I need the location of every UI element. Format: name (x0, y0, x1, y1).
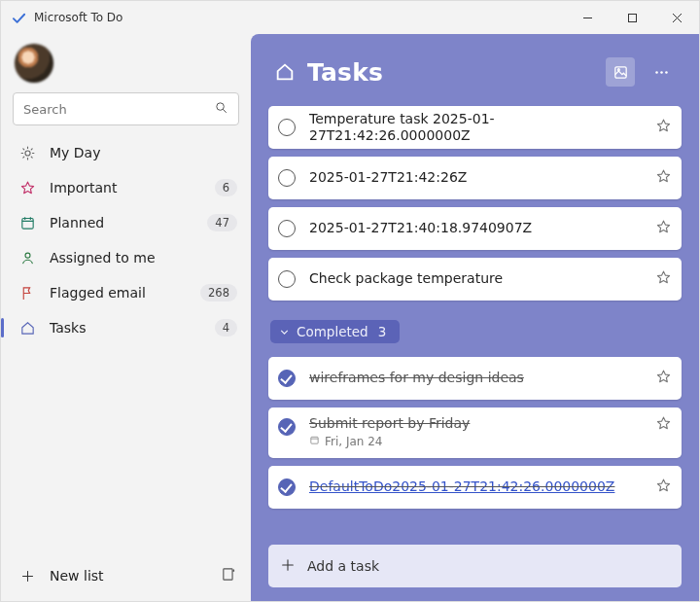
complete-toggle[interactable] (278, 119, 296, 136)
home-icon (18, 320, 36, 336)
svg-point-7 (617, 68, 619, 70)
theme-button[interactable] (606, 57, 635, 87)
star-icon[interactable] (655, 269, 672, 290)
nav-important[interactable]: Important 6 (1, 170, 251, 205)
user-avatar[interactable] (15, 44, 53, 83)
plus-icon (18, 569, 36, 584)
complete-toggle[interactable] (278, 169, 296, 187)
completed-count: 3 (378, 324, 387, 339)
star-icon[interactable] (655, 168, 672, 189)
task-title: Submit report by Friday (309, 415, 655, 433)
complete-toggle[interactable] (278, 370, 296, 387)
task-title: Temperature task 2025-01-27T21:42:26.000… (309, 111, 655, 145)
nav-badge: 268 (200, 284, 237, 301)
svg-point-8 (655, 71, 658, 74)
task-row[interactable]: Check package temperature (268, 258, 682, 301)
nav-label: Important (50, 180, 201, 195)
svg-rect-11 (311, 437, 318, 443)
star-icon[interactable] (655, 118, 672, 138)
task-title: 2025-01-27T21:42:26Z (309, 169, 655, 187)
search-icon (214, 100, 228, 119)
svg-point-4 (25, 253, 30, 258)
sidebar: My Day Important 6 Planned 47 A (1, 34, 251, 601)
more-options-button[interactable] (647, 57, 676, 87)
new-list-button[interactable]: New list (50, 568, 207, 584)
search-input[interactable] (23, 102, 206, 117)
plus-icon (280, 557, 296, 576)
app-logo (11, 10, 26, 25)
task-due: Fri, Jan 24 (325, 435, 383, 448)
page-title: Tasks (307, 58, 594, 87)
sun-icon (18, 145, 36, 161)
close-button[interactable] (654, 1, 699, 34)
nav-planned[interactable]: Planned 47 (1, 205, 251, 240)
nav-badge: 6 (215, 179, 237, 196)
star-icon[interactable] (655, 415, 672, 436)
nav-label: Tasks (50, 320, 201, 336)
search-box[interactable] (13, 92, 239, 125)
completed-toggle[interactable]: Completed 3 (270, 320, 400, 343)
flag-icon (18, 285, 36, 301)
nav-label: Planned (50, 215, 193, 230)
svg-point-2 (24, 150, 29, 155)
svg-rect-0 (628, 14, 636, 21)
nav-flagged[interactable]: Flagged email 268 (1, 275, 251, 310)
task-list: Temperature task 2025-01-27T21:42:26.000… (268, 106, 682, 301)
nav-assigned[interactable]: Assigned to me (1, 240, 251, 275)
task-title: Check package temperature (309, 270, 655, 288)
nav-list: My Day Important 6 Planned 47 A (1, 135, 251, 345)
nav-badge: 4 (215, 319, 237, 336)
chevron-down-icon (278, 326, 291, 338)
complete-toggle[interactable] (278, 270, 296, 288)
complete-toggle[interactable] (278, 418, 296, 436)
complete-toggle[interactable] (278, 478, 296, 496)
task-row[interactable]: DefaultToDo2025-01-27T21:42:26.0000000Z (268, 466, 682, 509)
star-icon[interactable] (655, 219, 672, 239)
task-row[interactable]: Temperature task 2025-01-27T21:42:26.000… (268, 106, 682, 149)
nav-my-day[interactable]: My Day (1, 135, 251, 170)
add-task-input[interactable]: Add a task (268, 545, 682, 587)
title-bar: Microsoft To Do (1, 1, 699, 34)
minimize-button[interactable] (565, 1, 610, 34)
nav-label: Flagged email (50, 285, 187, 301)
star-icon (18, 180, 36, 196)
star-icon[interactable] (655, 369, 672, 389)
maximize-button[interactable] (610, 1, 654, 34)
main-panel: Tasks Temperature task 2025-01-27T21:42:… (251, 34, 699, 601)
svg-rect-3 (21, 218, 32, 229)
home-icon (274, 61, 296, 83)
task-row[interactable]: 2025-01-27T21:40:18.9740907Z (268, 207, 682, 250)
task-row[interactable]: 2025-01-27T21:42:26Z (268, 157, 682, 199)
nav-label: My Day (50, 145, 237, 160)
svg-point-10 (665, 71, 668, 74)
new-group-button[interactable] (221, 566, 237, 585)
calendar-icon (309, 435, 320, 448)
complete-toggle[interactable] (278, 220, 296, 237)
nav-badge: 47 (207, 214, 237, 231)
nav-label: Assigned to me (50, 250, 237, 266)
calendar-icon (18, 215, 36, 231)
star-icon[interactable] (655, 478, 672, 498)
completed-label: Completed (297, 324, 368, 339)
completed-list: wireframes for my design ideas Submit re… (268, 357, 682, 509)
svg-point-9 (660, 71, 663, 74)
task-title: 2025-01-27T21:40:18.9740907Z (309, 220, 655, 237)
task-title: wireframes for my design ideas (309, 370, 655, 387)
nav-tasks[interactable]: Tasks 4 (1, 310, 251, 345)
task-title: DefaultToDo2025-01-27T21:42:26.0000000Z (309, 478, 655, 496)
user-icon (18, 250, 36, 266)
svg-rect-5 (224, 569, 232, 580)
task-row[interactable]: Submit report by Friday Fri, Jan 24 (268, 407, 682, 458)
add-task-label: Add a task (307, 558, 379, 574)
window-title: Microsoft To Do (34, 11, 565, 24)
task-row[interactable]: wireframes for my design ideas (268, 357, 682, 400)
